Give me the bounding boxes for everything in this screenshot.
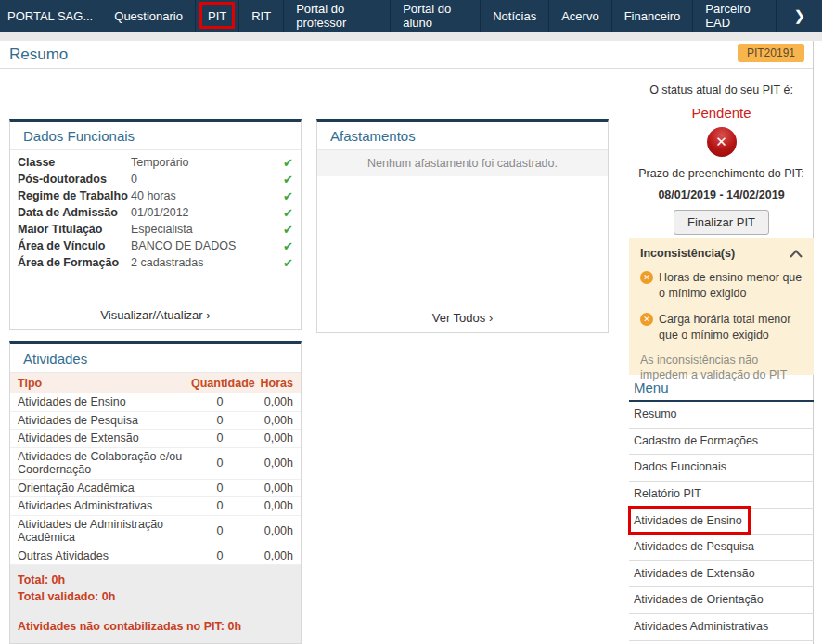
page-background-strip: [0, 32, 822, 41]
dados-funcionais-row: Maior Titulação Especialista ✔: [18, 221, 293, 238]
collapse-chevron-up-icon[interactable]: [790, 250, 803, 258]
top-navigation: PORTAL SAG... Questionario PIT RIT Porta…: [0, 0, 822, 32]
pit-status-block: O status atual do seu PIT é: Pendente ✕ …: [629, 84, 814, 235]
warning-x-icon: ✕: [640, 313, 653, 326]
inconsistencia-item: ✕ Carga horária total menor que o mínimo…: [640, 312, 803, 343]
check-icon: ✔: [278, 256, 293, 270]
row-value: Especialista: [131, 223, 278, 236]
cell-horas: 0,00h: [249, 414, 293, 428]
menu-items: Resumo Cadastro de Formações Dados Funci…: [629, 402, 814, 644]
nav-item[interactable]: Questionario: [102, 0, 196, 32]
menu-item[interactable]: Resumo: [629, 402, 814, 429]
status-error-x-icon: ✕: [707, 127, 737, 157]
afastamentos-panel: Afastamentos Nenhum afastamento foi cada…: [316, 119, 609, 333]
nav-item[interactable]: Notícias: [481, 0, 549, 32]
check-icon: ✔: [278, 189, 293, 203]
cell-horas: 0,00h: [249, 482, 293, 496]
check-icon: ✔: [278, 156, 293, 170]
cell-tipo: Atividades de Pesquisa: [18, 414, 191, 428]
menu-item[interactable]: Atividades de Orientação: [629, 587, 814, 614]
nav-item[interactable]: Financeiro: [612, 0, 694, 32]
atividades-table-row: Atividades de Administração Acadêmica 0 …: [10, 516, 301, 547]
menu-item[interactable]: Atividades de Administração Acadêmica: [629, 641, 814, 644]
nav-item[interactable]: Acervo: [549, 0, 611, 32]
row-label: Pós-doutorados: [18, 173, 131, 186]
check-icon: ✔: [278, 223, 293, 237]
row-value: BANCO DE DADOS: [131, 239, 278, 252]
finalizar-pit-button[interactable]: Finalizar PIT: [674, 210, 769, 235]
cell-quantidade: 0: [191, 414, 249, 428]
warning-x-icon: ✕: [640, 271, 653, 284]
pit-period-badge: PIT20191: [738, 44, 804, 62]
row-label: Classe: [18, 156, 131, 169]
atividades-table-row: Orientação Acadêmica 0 0,00h: [10, 480, 301, 498]
row-value: 2 cadastradas: [131, 256, 278, 269]
afastamentos-empty-message: Nenhum afastamento foi cadastrado.: [317, 150, 608, 176]
inconsistencia-item: ✕ Horas de ensino menor que o mínimo exi…: [640, 270, 803, 302]
row-value: Temporário: [131, 156, 278, 169]
page-header: Resumo PIT20191: [0, 41, 813, 69]
row-value: 01/01/2012: [131, 206, 278, 219]
status-label: O status atual do seu PIT é:: [629, 84, 814, 97]
ver-todos-link[interactable]: Ver Todos ›: [317, 311, 608, 325]
cell-quantidade: 0: [191, 482, 249, 496]
row-label: Área de Formação: [18, 256, 131, 269]
nav-brand[interactable]: PORTAL SAG...: [0, 0, 102, 32]
nav-item[interactable]: RIT: [239, 0, 284, 32]
dados-funcionais-row: Classe Temporário ✔: [18, 154, 293, 171]
dados-funcionais-row: Área de Formação 2 cadastradas ✔: [18, 254, 293, 271]
atividades-totals: Total: 0h Total validado: 0h Atividades …: [10, 565, 301, 643]
atividades-table-header: Tipo Quantidade Horas: [10, 373, 301, 393]
menu-item[interactable]: Atividades de Ensino: [629, 509, 814, 535]
afastamentos-title: Afastamentos: [317, 122, 608, 150]
total-line: Total: 0h: [18, 572, 293, 588]
atividades-table-body: Atividades de Ensino 0 0,00h Atividades …: [10, 393, 301, 565]
cell-tipo: Atividades de Administração Acadêmica: [18, 518, 191, 545]
nav-item[interactable]: Portal do professor: [284, 0, 391, 32]
inconsistencias-panel: Inconsistência(s) ✕ Horas de ensino meno…: [629, 238, 814, 375]
prazo-dates: 08/01/2019 - 14/02/2019: [629, 188, 814, 201]
dados-funcionais-title: Dados Funcionais: [10, 122, 301, 150]
atividades-table-row: Atividades de Pesquisa 0 0,00h: [10, 412, 301, 431]
menu-item[interactable]: Dados Funcionais: [629, 455, 814, 482]
total-validado-line: Total validado: 0h: [18, 588, 293, 605]
nav-item[interactable]: PIT: [196, 0, 239, 32]
content-area: Resumo PIT20191 Dados Funcionais Classe …: [0, 41, 814, 644]
dados-funcionais-row: Regime de Trabalho 40 horas ✔: [18, 187, 293, 204]
check-icon: ✔: [278, 206, 293, 220]
nav-item[interactable]: Portal do aluno: [391, 0, 481, 32]
cell-quantidade: 0: [191, 499, 249, 513]
inconsistencias-title: Inconsistência(s): [640, 247, 735, 260]
atividades-table-row: Outras Atividades 0 0,00h: [10, 547, 301, 566]
nav-more-chevron-right-icon[interactable]: ❯: [777, 0, 822, 32]
cell-horas: 0,00h: [249, 524, 293, 538]
column-tipo: Tipo: [18, 377, 191, 390]
menu-title: Menu: [629, 377, 814, 402]
atividades-panel: Atividades Tipo Quantidade Horas Ativida…: [9, 341, 302, 644]
row-label: Regime de Trabalho: [18, 189, 131, 202]
menu-item[interactable]: Atividades Administrativas: [629, 614, 814, 641]
cell-quantidade: 0: [191, 431, 249, 445]
sidebar-menu: Menu Resumo Cadastro de Formações Dados …: [629, 377, 814, 644]
row-label: Maior Titulação: [18, 223, 131, 236]
nao-contabilizadas-line: Atividades não contabilizadas no PIT: 0h: [18, 618, 293, 635]
atividades-table-row: Atividades de Ensino 0 0,00h: [10, 393, 301, 412]
column-quantidade: Quantidade: [191, 377, 249, 390]
cell-quantidade: 0: [191, 524, 249, 538]
inconsistencias-header: Inconsistência(s): [640, 247, 803, 260]
row-label: Área de Vínculo: [18, 239, 131, 252]
menu-item[interactable]: Cadastro de Formações: [629, 429, 814, 456]
row-value: 40 horas: [131, 189, 278, 202]
nav-items: Questionario PIT RIT Portal do professor…: [102, 0, 777, 32]
cell-tipo: Atividades Administrativas: [18, 499, 191, 513]
nav-item[interactable]: Parceiro EAD: [693, 0, 777, 32]
menu-item[interactable]: Atividades de Extensão: [629, 561, 814, 588]
visualizar-atualizar-link[interactable]: Visualizar/Atualizar ›: [10, 308, 301, 322]
cell-tipo: Atividades de Extensão: [18, 431, 191, 445]
menu-item[interactable]: Atividades de Pesquisa: [629, 535, 814, 561]
menu-item[interactable]: Relatório PIT: [629, 482, 814, 509]
atividades-table-row: Atividades de Colaboração e/ou Coorderna…: [10, 448, 301, 480]
dados-funcionais-row: Pós-doutorados 0 ✔: [18, 171, 293, 187]
cell-tipo: Atividades de Ensino: [18, 395, 191, 409]
column-horas: Horas: [249, 377, 293, 390]
